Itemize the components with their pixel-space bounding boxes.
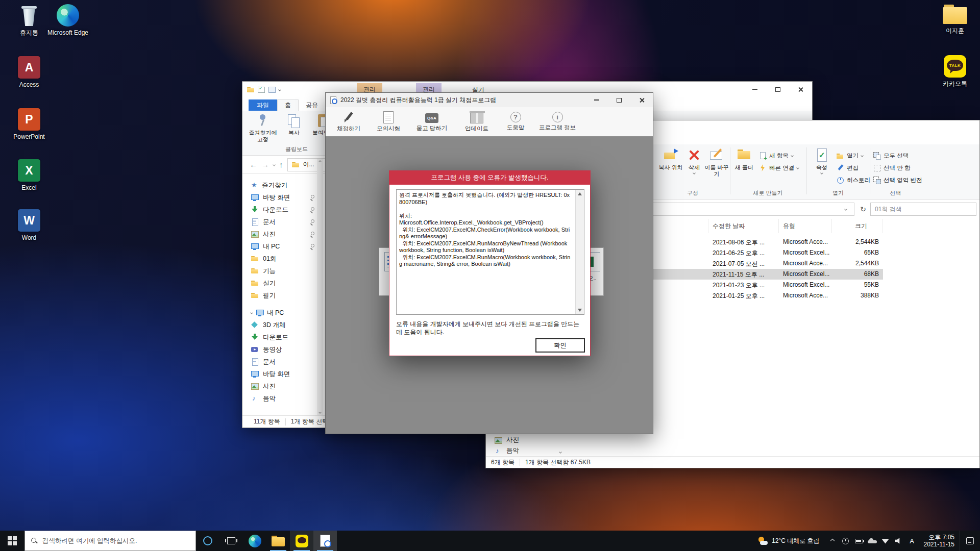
tray-volume-icon[interactable] <box>892 538 905 544</box>
update-button[interactable]: 업데이트 <box>456 108 497 136</box>
maximize-button[interactable] <box>608 93 630 107</box>
taskbar-explorer-button[interactable] <box>266 531 290 551</box>
maximize-button[interactable] <box>766 82 789 97</box>
scroll-up-icon[interactable] <box>318 160 322 163</box>
sidebar-item-music-pc[interactable]: 음악 <box>242 392 323 405</box>
qat-chevron-down-icon[interactable] <box>278 88 281 91</box>
weather-widget[interactable]: 12°C 대체로 흐림 <box>752 531 825 551</box>
error-box-scrollbar[interactable] <box>575 190 584 314</box>
qat-properties-icon[interactable] <box>257 86 265 93</box>
sidebar-scroll-down-icon[interactable] <box>559 450 562 454</box>
select-all-button[interactable]: 모두 선택 <box>873 151 909 161</box>
desktop-icon-word[interactable]: W Word <box>7 209 51 241</box>
desktop-icon-access[interactable]: A Access <box>7 56 51 88</box>
sidebar-item-desktop[interactable]: 바탕 화면 <box>242 191 323 204</box>
taskbar-search-input[interactable]: 검색하려면 여기에 입력하십시오. <box>24 531 196 551</box>
minimize-button[interactable] <box>585 93 608 107</box>
this-pc-header[interactable]: 내 PC <box>242 307 323 319</box>
dropdown-chevron-icon[interactable] <box>693 171 696 174</box>
grader-titlebar[interactable]: 2022 길벗 총정리 컴퓨터활용능력 1급 실기 채점프로그램 <box>326 93 653 107</box>
sidebar-item-pictures[interactable]: 사진 <box>242 228 323 240</box>
scroll-up-icon[interactable] <box>578 192 582 195</box>
select-none-button[interactable]: 선택 안 함 <box>873 163 910 173</box>
invert-selection-button[interactable]: 선택 영역 반전 <box>873 175 922 185</box>
qat-new-folder-icon[interactable] <box>268 86 276 93</box>
expander-chevron-icon[interactable] <box>250 311 253 314</box>
sidebar-item-folder-written[interactable]: 필기 <box>242 289 323 302</box>
pin-to-quick-access-button[interactable]: 즐겨찾기에 고정 <box>247 111 279 151</box>
qna-button[interactable]: Q&A 묻고 답하기 <box>409 108 454 136</box>
sidebar-item-downloads-pc[interactable]: 다운로드 <box>242 331 323 343</box>
column-header-size[interactable]: 크기 <box>832 219 883 233</box>
taskbar-grader-button[interactable] <box>313 531 337 551</box>
dropdown-chevron-icon[interactable] <box>820 171 823 174</box>
ok-button[interactable]: 확인 <box>535 338 585 353</box>
sidebar-scrollbar[interactable] <box>317 159 323 415</box>
delete-button[interactable]: 삭제 <box>682 147 706 174</box>
program-info-button[interactable]: i 프로그램 정보 <box>534 108 581 136</box>
desktop-icon-kakaotalk[interactable]: TALK 카카오톡 <box>933 55 977 87</box>
search-box[interactable]: 01회 검색 <box>870 203 976 216</box>
sidebar-item-folder-01[interactable]: 01회 <box>242 253 323 265</box>
error-line: Microsoft.Office.Interop.Excel._Workbook… <box>399 219 573 227</box>
tray-cloud-icon[interactable] <box>866 538 879 543</box>
task-view-button[interactable] <box>219 531 243 551</box>
refresh-button[interactable]: ↻ <box>857 204 869 215</box>
close-button[interactable] <box>789 82 812 97</box>
grade-button[interactable]: 채점하기 <box>330 108 368 136</box>
copy-button[interactable]: 복사 <box>279 111 309 151</box>
tray-network-icon[interactable] <box>879 538 892 544</box>
sidebar-item-documents[interactable]: 문서 <box>242 216 323 228</box>
open-button[interactable]: 열기 <box>836 151 863 161</box>
desktop-icon-recycle-bin[interactable]: 휴지통 <box>7 4 51 36</box>
edit-button[interactable]: 편집 <box>836 163 859 173</box>
sidebar-item-videos[interactable]: 동영상 <box>242 343 323 356</box>
tray-overflow-button[interactable] <box>826 531 839 551</box>
mock-exam-button[interactable]: 모의시험 <box>370 108 407 136</box>
new-folder-button[interactable]: 새 폴더 <box>732 147 756 171</box>
tray-battery-icon[interactable] <box>852 539 866 543</box>
column-header-type[interactable]: 유형 <box>779 219 832 233</box>
sidebar-item-pictures-back[interactable]: 사진 <box>490 435 554 445</box>
copy-to-button[interactable]: 복사 위치 <box>658 147 683 171</box>
desktop-icon-user-folder[interactable]: 이지훈 <box>933 4 977 34</box>
tray-clock-icon[interactable] <box>839 538 852 544</box>
history-button[interactable]: 히스토리 <box>836 175 870 185</box>
close-button[interactable] <box>630 93 653 107</box>
quick-access-header[interactable]: 즐겨찾기 <box>242 179 323 191</box>
tab-home[interactable]: 홈 <box>277 99 299 111</box>
sidebar-item-documents-pc[interactable]: 문서 <box>242 356 323 368</box>
desktop-icon-excel[interactable]: X Excel <box>7 159 51 191</box>
sidebar-item-3d-objects[interactable]: 3D 개체 <box>242 319 323 331</box>
taskbar-clock[interactable]: 오후 7:05 2021-11-15 <box>919 531 960 551</box>
sidebar-item-pictures-pc[interactable]: 사진 <box>242 380 323 392</box>
sidebar-item-folder-function[interactable]: 기능 <box>242 265 323 277</box>
properties-button[interactable]: 속성 <box>810 147 834 174</box>
taskbar-edge-button[interactable] <box>243 531 266 551</box>
column-header-date[interactable]: 수정한 날짜 <box>708 219 779 233</box>
sidebar-item-music-back[interactable]: 음악 <box>490 445 554 456</box>
desktop-icon-edge[interactable]: Microsoft Edge <box>46 4 90 36</box>
taskbar-kakaotalk-button[interactable] <box>290 531 313 551</box>
error-dialog-titlebar[interactable]: 프로그램 사용 중에 오류가 발생했습니다. <box>389 171 590 185</box>
help-button[interactable]: ? 도움말 <box>499 108 532 136</box>
tab-file[interactable]: 파일 <box>249 99 277 111</box>
rename-button[interactable]: 이름 바꾸기 <box>704 147 729 177</box>
new-item-button[interactable]: 새 항목 <box>758 151 793 161</box>
scroll-down-icon[interactable] <box>578 309 582 312</box>
tab-share[interactable]: 공유 <box>299 99 325 111</box>
ime-language-indicator[interactable]: A <box>905 531 919 551</box>
minimize-button[interactable] <box>743 82 766 97</box>
address-dropdown-chevron-icon[interactable] <box>844 208 847 211</box>
scroll-down-icon[interactable] <box>318 411 322 414</box>
sidebar-item-this-pc-pinned[interactable]: 내 PC <box>242 240 323 253</box>
easy-access-button[interactable]: 빠른 연결 <box>758 163 799 173</box>
cortana-button[interactable] <box>196 531 219 551</box>
sidebar-item-desktop-pc[interactable]: 바탕 화면 <box>242 368 323 380</box>
sidebar-item-downloads[interactable]: 다운로드 <box>242 204 323 216</box>
taskbar: 검색하려면 여기에 입력하십시오. 12°C 대체로 흐림 A 오후 7:05 <box>0 531 980 551</box>
desktop-icon-powerpoint[interactable]: P PowerPoint <box>7 108 51 140</box>
sidebar-item-folder-practical[interactable]: 실기 <box>242 277 323 289</box>
start-button[interactable] <box>0 531 24 551</box>
action-center-button[interactable] <box>960 531 980 551</box>
